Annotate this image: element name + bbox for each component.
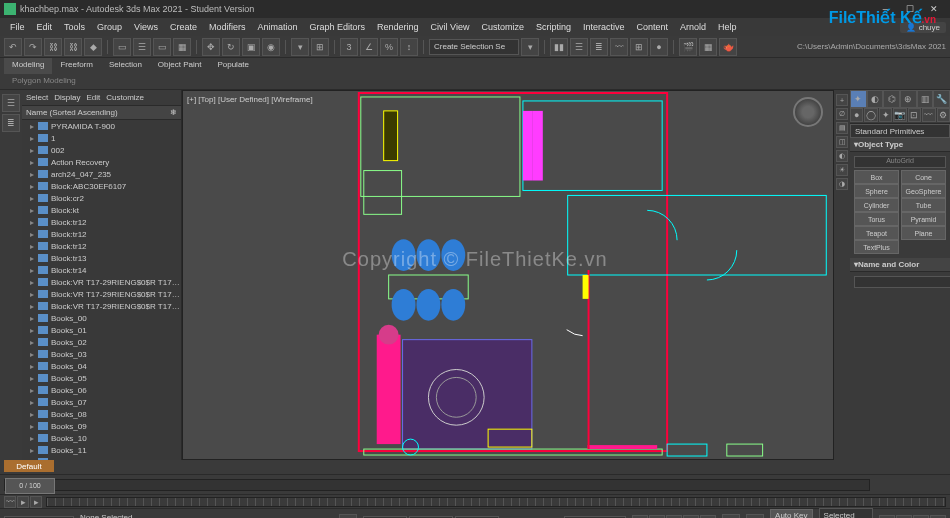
menu-group[interactable]: Group xyxy=(91,20,128,34)
expand-icon[interactable]: ▸ xyxy=(30,398,38,407)
time-config-button[interactable]: ⊕ xyxy=(722,514,740,519)
wire-button[interactable]: ▤ xyxy=(836,122,848,134)
auto-key-button[interactable]: Auto Key xyxy=(770,509,812,518)
scale-button[interactable]: ▣ xyxy=(242,38,260,56)
scene-tb-customize[interactable]: Customize xyxy=(106,93,144,102)
scene-item[interactable]: ▸Block:VR T17-29RIENG$0$R T17-29RIEN xyxy=(22,288,181,300)
cameras-category[interactable]: 📷 xyxy=(893,108,906,122)
menu-arnold[interactable]: Arnold xyxy=(674,20,712,34)
expand-icon[interactable]: ▸ xyxy=(30,314,38,323)
expand-icon[interactable]: ▸ xyxy=(30,446,38,455)
track-filter-button[interactable]: ▸ xyxy=(17,496,29,508)
light-button[interactable]: ◐ xyxy=(836,150,848,162)
layer-button[interactable]: ≣ xyxy=(590,38,608,56)
bind-button[interactable]: ◆ xyxy=(84,38,102,56)
align-button[interactable]: ☰ xyxy=(570,38,588,56)
nav-zoom-button[interactable]: 🔍 xyxy=(896,515,912,519)
play-button[interactable]: ▶ xyxy=(666,515,682,519)
scene-item[interactable]: ▸Block:tr13 xyxy=(22,252,181,264)
menu-rendering[interactable]: Rendering xyxy=(371,20,425,34)
ribbon-tab-object paint[interactable]: Object Paint xyxy=(150,58,210,74)
scene-item[interactable]: ▸arch24_047_235 xyxy=(22,168,181,180)
goto-end-button[interactable]: ⏭ xyxy=(700,515,716,519)
menu-help[interactable]: Help xyxy=(712,20,743,34)
prim-teapot[interactable]: Teapot xyxy=(854,226,899,240)
scene-item[interactable]: ▸Books_06 xyxy=(22,384,181,396)
material-button[interactable]: ● xyxy=(650,38,668,56)
scene-tb-edit[interactable]: Edit xyxy=(86,93,100,102)
scene-item[interactable]: ▸Block:tr12 xyxy=(22,216,181,228)
menu-file[interactable]: File xyxy=(4,20,31,34)
scene-item[interactable]: ▸Books_07 xyxy=(22,396,181,408)
menu-graph-editors[interactable]: Graph Editors xyxy=(303,20,371,34)
prim-plane[interactable]: Plane xyxy=(901,226,946,240)
shadow-button[interactable]: ☀ xyxy=(836,164,848,176)
spinner-snap-button[interactable]: ↕ xyxy=(400,38,418,56)
expand-icon[interactable]: ▸ xyxy=(30,206,38,215)
scene-item[interactable]: ▸Books_03 xyxy=(22,348,181,360)
prim-sphere[interactable]: Sphere xyxy=(854,184,899,198)
ribbon-tab-modeling[interactable]: Modeling xyxy=(4,58,52,74)
menu-modifiers[interactable]: Modifiers xyxy=(203,20,252,34)
link-button[interactable]: ⛓ xyxy=(44,38,62,56)
object-name-field[interactable] xyxy=(854,276,950,288)
ribbon-tab-selection[interactable]: Selection xyxy=(101,58,150,74)
expand-icon[interactable]: ▸ xyxy=(30,194,38,203)
angle-snap-button[interactable]: ∠ xyxy=(360,38,378,56)
expand-icon[interactable]: ▸ xyxy=(30,302,38,311)
menu-interactive[interactable]: Interactive xyxy=(577,20,631,34)
expand-icon[interactable]: ▸ xyxy=(30,434,38,443)
ao-button[interactable]: ◑ xyxy=(836,178,848,190)
scene-item[interactable]: ▸Books_02 xyxy=(22,336,181,348)
nav-pan-button[interactable]: ✥ xyxy=(879,515,895,519)
time-slider-handle[interactable]: 0 / 100 xyxy=(5,478,55,494)
expand-icon[interactable]: ▸ xyxy=(30,230,38,239)
prim-pyramid[interactable]: Pyramid xyxy=(901,212,946,226)
scene-item[interactable]: ▸Block:tr12 xyxy=(22,228,181,240)
display-tab[interactable]: ▥ xyxy=(917,90,934,108)
scene-item[interactable]: ▸002 xyxy=(22,144,181,156)
shade-button[interactable]: ∅ xyxy=(836,108,848,120)
selection-set-field[interactable] xyxy=(429,39,519,55)
primitive-type-dropdown[interactable]: Standard Primitives xyxy=(850,124,950,138)
expand-icon[interactable]: ▸ xyxy=(30,218,38,227)
geometry-category[interactable]: ● xyxy=(850,108,863,122)
nav-max-button[interactable]: ⛶ xyxy=(930,515,946,519)
prev-frame-button[interactable]: ◀ xyxy=(649,515,665,519)
scene-item[interactable]: ▸Block:kt xyxy=(22,204,181,216)
expand-icon[interactable]: ▸ xyxy=(30,134,38,143)
scene-item[interactable]: ▸Block:ABC30EF6107 xyxy=(22,180,181,192)
maximize-button[interactable]: ☐ xyxy=(898,0,922,18)
scene-item[interactable]: ▸Books_10 xyxy=(22,432,181,444)
nav-orbit-button[interactable]: ⟳ xyxy=(913,515,929,519)
menu-content[interactable]: Content xyxy=(630,20,674,34)
schematic-button[interactable]: ⊞ xyxy=(630,38,648,56)
scene-item[interactable]: ▸Books_01 xyxy=(22,324,181,336)
scene-item[interactable]: ▸Books_04 xyxy=(22,360,181,372)
prim-box[interactable]: Box xyxy=(854,170,899,184)
scene-item[interactable]: ▸Books_09 xyxy=(22,420,181,432)
percent-snap-button[interactable]: % xyxy=(380,38,398,56)
prim-textplus[interactable]: TextPlus xyxy=(854,240,899,254)
unlink-button[interactable]: ⛓ xyxy=(64,38,82,56)
scene-item[interactable]: ▸Block:tr12 xyxy=(22,240,181,252)
scene-item[interactable]: ▸Action Recovery xyxy=(22,156,181,168)
expand-icon[interactable]: ▸ xyxy=(30,362,38,371)
render-setup-button[interactable]: 🎬 xyxy=(679,38,697,56)
prim-geosphere[interactable]: GeoSphere xyxy=(901,184,946,198)
rotate-button[interactable]: ↻ xyxy=(222,38,240,56)
scene-explorer-toggle[interactable]: ☰ xyxy=(2,94,20,112)
expand-icon[interactable]: ▸ xyxy=(30,422,38,431)
selection-set-add[interactable]: ▾ xyxy=(521,38,539,56)
create-tab[interactable]: ✦ xyxy=(850,90,867,108)
expand-icon[interactable]: ▸ xyxy=(30,374,38,383)
autogrid-check[interactable]: AutoGrid xyxy=(854,156,946,168)
expand-icon[interactable]: ▸ xyxy=(30,266,38,275)
expand-icon[interactable]: ▸ xyxy=(30,386,38,395)
scene-item[interactable]: ▸Books_11 xyxy=(22,444,181,456)
expand-icon[interactable]: ▸ xyxy=(30,158,38,167)
expand-icon[interactable]: ▸ xyxy=(30,350,38,359)
max-viewport-button[interactable]: + xyxy=(836,94,848,106)
goto-start-button[interactable]: ⏮ xyxy=(632,515,648,519)
spacewarps-category[interactable]: 〰 xyxy=(922,108,935,122)
